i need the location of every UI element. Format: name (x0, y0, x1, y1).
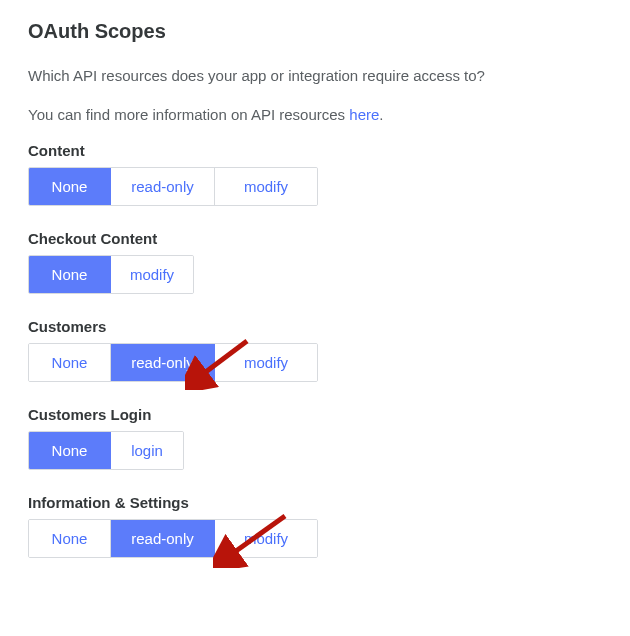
scope-button-group: None modify (28, 255, 194, 294)
scope-option-readonly[interactable]: read-only (111, 344, 215, 381)
scope-option-none[interactable]: None (29, 344, 111, 381)
scope-option-modify[interactable]: modify (215, 168, 317, 205)
scope-option-none[interactable]: None (29, 168, 111, 205)
scope-option-modify[interactable]: modify (215, 520, 317, 557)
scope-option-readonly[interactable]: read-only (111, 168, 215, 205)
scope-label: Content (28, 142, 602, 159)
scope-button-group: None read-only modify (28, 343, 318, 382)
scope-row-checkout-content: Checkout Content None modify (28, 230, 602, 294)
scope-label: Checkout Content (28, 230, 602, 247)
scope-row-customers: Customers None read-only modify (28, 318, 602, 382)
page-title: OAuth Scopes (28, 20, 602, 43)
description-line-1: Which API resources does your app or int… (28, 65, 602, 88)
scope-option-none[interactable]: None (29, 256, 111, 293)
scope-option-modify[interactable]: modify (215, 344, 317, 381)
scope-option-readonly[interactable]: read-only (111, 520, 215, 557)
scope-row-customers-login: Customers Login None login (28, 406, 602, 470)
scope-option-none[interactable]: None (29, 520, 111, 557)
scope-row-content: Content None read-only modify (28, 142, 602, 206)
scope-option-modify[interactable]: modify (111, 256, 193, 293)
description-prefix: You can find more information on API res… (28, 106, 349, 123)
scope-label: Customers (28, 318, 602, 335)
scope-row-information-settings: Information & Settings None read-only mo… (28, 494, 602, 558)
scope-label: Customers Login (28, 406, 602, 423)
scope-option-login[interactable]: login (111, 432, 183, 469)
description-suffix: . (379, 106, 383, 123)
scope-label: Information & Settings (28, 494, 602, 511)
scope-option-none[interactable]: None (29, 432, 111, 469)
scope-button-group: None read-only modify (28, 167, 318, 206)
scope-button-group: None login (28, 431, 184, 470)
api-resources-link[interactable]: here (349, 106, 379, 123)
description-line-2: You can find more information on API res… (28, 104, 602, 127)
scope-button-group: None read-only modify (28, 519, 318, 558)
